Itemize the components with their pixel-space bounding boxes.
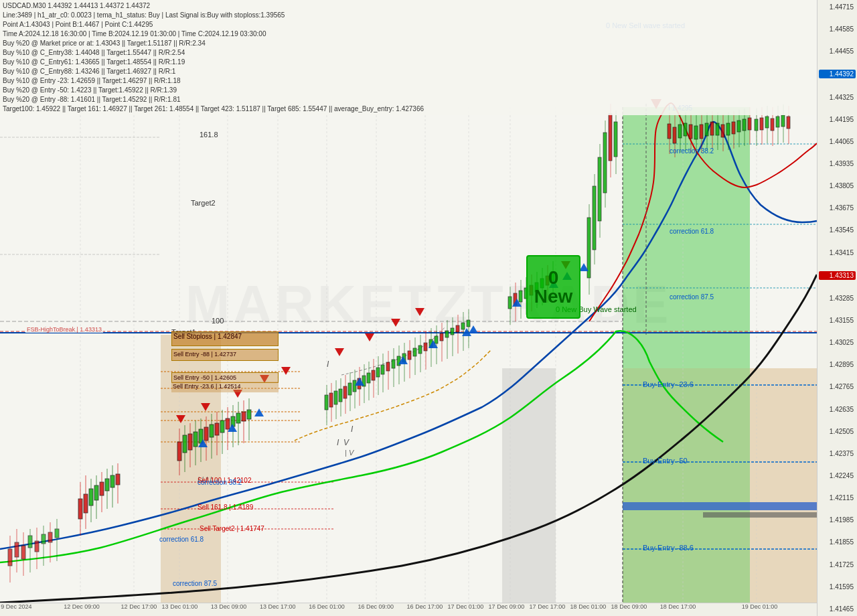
svg-rect-82 [210, 425, 214, 437]
svg-rect-142 [435, 336, 438, 343]
info-line-9: Buy %10 @ Entry -23: 1.42659 || Target:1… [3, 76, 814, 86]
svg-rect-206 [721, 125, 724, 137]
svg-rect-58 [89, 489, 93, 506]
svg-text:I: I [337, 438, 339, 447]
svg-rect-44 [28, 536, 32, 548]
time-dec18-09: 18 Dec 09:00 [611, 603, 647, 610]
svg-rect-176 [593, 186, 596, 250]
time-dec9: 9 Dec 2024 [1, 603, 31, 610]
svg-rect-70 [177, 442, 181, 461]
svg-rect-35 [623, 502, 817, 510]
sell-entry-23-box: Sell Entry -23.6 | 1.42514 [171, 382, 279, 392]
svg-rect-42 [21, 546, 25, 559]
sell-entry-88-label: Sell Entry -88 | 1.42737 [172, 350, 238, 359]
svg-rect-50 [48, 532, 52, 542]
time-dec17-17: 17 Dec 17:00 [530, 603, 566, 610]
price-1: 1.44715 [819, 3, 856, 11]
svg-marker-249 [365, 333, 374, 341]
sell-stoploss-label: Sell Stoploss | 1.42847 [172, 331, 243, 341]
time-dec19-01: 19 Dec 01:00 [742, 603, 778, 610]
svg-rect-202 [710, 122, 714, 135]
svg-rect-76 [193, 432, 198, 447]
info-panel: USDCAD.M30 1.44392 1.44413 1.44372 1.443… [0, 0, 817, 115]
svg-rect-220 [760, 118, 763, 130]
svg-rect-222 [765, 117, 769, 128]
svg-rect-210 [732, 122, 735, 134]
svg-rect-36 [703, 512, 817, 518]
svg-rect-214 [743, 119, 746, 131]
svg-rect-122 [381, 365, 384, 374]
price-7: 1.43935 [819, 160, 856, 167]
svg-rect-38 [8, 549, 12, 566]
svg-marker-248 [335, 348, 344, 356]
price-9: 1.43675 [819, 204, 856, 212]
sell-stoploss-box: Sell Stoploss | 1.42847 [171, 331, 279, 346]
time-axis: 9 Dec 2024 12 Dec 09:00 12 Dec 17:00 13 … [0, 603, 817, 616]
svg-rect-100 [329, 393, 333, 407]
svg-rect-96 [247, 410, 251, 419]
price-23: 1.41855 [819, 538, 856, 546]
svg-rect-64 [105, 479, 109, 491]
svg-marker-251 [415, 308, 424, 316]
svg-rect-228 [781, 115, 785, 127]
time-dec13-17: 13 Dec 17:00 [260, 603, 296, 610]
svg-rect-196 [694, 126, 698, 139]
svg-text:I: I [327, 360, 329, 369]
svg-rect-174 [587, 218, 591, 278]
svg-rect-124 [386, 362, 390, 371]
price-21: 1.42115 [819, 494, 856, 502]
svg-rect-120 [376, 368, 380, 377]
price-6: 1.44065 [819, 138, 856, 145]
price-15: 1.42895 [819, 361, 856, 368]
chart-container: MARKETZTRADE USDCAD.M30 1.44392 1.44413 … [0, 0, 857, 616]
svg-rect-190 [678, 125, 682, 138]
price-16: 1.42765 [819, 383, 856, 390]
svg-marker-233 [254, 408, 264, 416]
svg-rect-86 [220, 420, 224, 433]
svg-marker-247 [281, 367, 291, 375]
svg-rect-106 [343, 386, 347, 398]
svg-rect-208 [726, 123, 730, 135]
svg-rect-180 [603, 133, 607, 193]
svg-rect-40 [15, 542, 19, 557]
price-axis: 1.44715 1.44585 1.44455 1.44392 1.44325 … [817, 0, 857, 616]
svg-rect-116 [367, 373, 370, 383]
svg-marker-243 [176, 415, 185, 423]
info-line-11: Buy %20 @ Entry -88: 1.41601 || Target:1… [3, 95, 814, 104]
info-line-4: Time A:2024.12.18 16:30:00 | Time B:2024… [3, 29, 814, 39]
svg-rect-60 [94, 485, 98, 500]
svg-rect-88 [226, 418, 230, 429]
time-dec12-17: 12 Dec 17:00 [121, 603, 157, 610]
svg-text:I I I I: I I I I [198, 475, 212, 483]
svg-rect-72 [183, 435, 187, 453]
info-line-6: Buy %10 @ C_Entry38: 1.44048 || Target:1… [3, 48, 814, 58]
price-10: 1.43545 [819, 226, 856, 234]
svg-rect-204 [716, 123, 719, 135]
price-13: 1.43155 [819, 317, 856, 324]
time-dec16-17: 16 Dec 17:00 [407, 603, 443, 610]
svg-rect-132 [408, 351, 411, 360]
svg-rect-230 [787, 117, 790, 129]
price-26: 1.41465 [819, 605, 856, 613]
price-8: 1.43805 [819, 182, 856, 189]
svg-rect-66 [110, 475, 114, 487]
price-4: 1.44325 [819, 94, 856, 101]
svg-rect-188 [673, 127, 676, 143]
svg-rect-160 [519, 291, 522, 302]
svg-rect-108 [348, 383, 352, 395]
svg-rect-138 [424, 343, 427, 351]
svg-rect-110 [353, 380, 356, 392]
svg-rect-46 [35, 541, 39, 552]
svg-rect-84 [215, 423, 219, 435]
svg-rect-200 [705, 123, 708, 136]
svg-rect-80 [204, 427, 208, 441]
time-dec17-01: 17 Dec 01:00 [448, 603, 484, 610]
price-20: 1.42245 [819, 472, 856, 479]
time-dec12-09: 12 Dec 09:00 [64, 603, 100, 610]
svg-rect-98 [325, 395, 328, 410]
time-dec18-01: 18 Dec 01:00 [570, 603, 607, 610]
price-24: 1.41725 [819, 561, 856, 568]
svg-rect-144 [440, 333, 443, 341]
info-line-5: Buy %20 @ Market price or at: 1.43043 ||… [3, 39, 814, 48]
svg-rect-154 [467, 320, 470, 327]
